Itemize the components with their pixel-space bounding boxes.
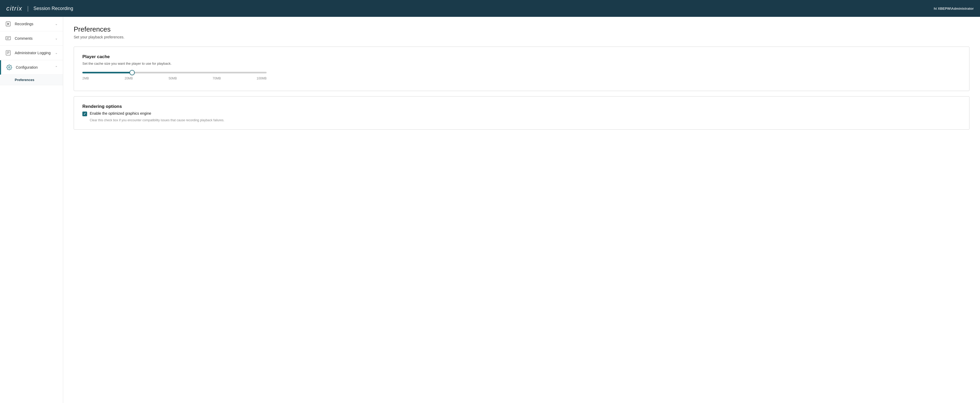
username: XBEPW\Administrator bbox=[938, 6, 974, 11]
sidebar-item-recordings[interactable]: Recordings ⌄ bbox=[0, 17, 63, 31]
greeting-text: hi bbox=[934, 6, 937, 11]
sidebar-item-comments[interactable]: Comments ⌄ bbox=[0, 31, 63, 46]
svg-point-9 bbox=[8, 67, 10, 68]
app-name: Session Recording bbox=[33, 6, 73, 11]
graphics-engine-checkbox[interactable]: ✓ bbox=[83, 111, 87, 116]
svg-rect-5 bbox=[6, 51, 11, 55]
configuration-chevron: ⌃ bbox=[55, 65, 57, 69]
slider-label-2mb: 2MB bbox=[83, 76, 89, 80]
main-layout: Recordings ⌄ Comments ⌄ bbox=[0, 17, 980, 403]
sidebar-item-admin-logging[interactable]: Administrator Logging ⌄ bbox=[0, 46, 63, 60]
header-divider: | bbox=[27, 5, 29, 12]
player-cache-card: Player cache Set the cache size you want… bbox=[74, 46, 969, 91]
comment-icon bbox=[5, 35, 11, 41]
slider-label-20mb: 20MB bbox=[124, 76, 133, 80]
logo-area: citrix | Session Recording bbox=[6, 5, 73, 12]
gear-icon bbox=[6, 65, 12, 70]
slider-labels: 2MB 20MB 50MB 70MB 100MB bbox=[83, 76, 267, 80]
recordings-label: Recordings bbox=[15, 22, 33, 26]
slider-label-100mb: 100MB bbox=[256, 76, 267, 80]
log-icon bbox=[5, 50, 11, 56]
svg-rect-2 bbox=[6, 36, 11, 40]
svg-marker-1 bbox=[7, 23, 9, 25]
slider-track bbox=[83, 72, 267, 73]
rendering-options-title: Rendering options bbox=[83, 104, 961, 109]
admin-logging-label: Administrator Logging bbox=[15, 51, 51, 55]
configuration-label: Configuration bbox=[16, 65, 38, 70]
comments-label: Comments bbox=[15, 36, 33, 41]
app-header: citrix | Session Recording hi XBEPW\Admi… bbox=[0, 0, 980, 17]
page-title: Preferences bbox=[74, 25, 969, 33]
play-icon bbox=[5, 21, 11, 27]
slider-label-70mb: 70MB bbox=[213, 76, 221, 80]
header-user: hi XBEPW\Administrator bbox=[934, 6, 974, 11]
checkbox-checkmark: ✓ bbox=[83, 112, 86, 116]
slider-label-50mb: 50MB bbox=[169, 76, 177, 80]
player-cache-desc: Set the cache size you want the player t… bbox=[83, 62, 961, 65]
cache-slider-container: 2MB 20MB 50MB 70MB 100MB bbox=[83, 72, 961, 80]
player-cache-title: Player cache bbox=[83, 54, 961, 59]
preferences-sub-label: Preferences bbox=[15, 78, 34, 82]
sidebar: Recordings ⌄ Comments ⌄ bbox=[0, 17, 63, 403]
page-subtitle: Set your playback preferences. bbox=[74, 35, 969, 39]
graphics-engine-hint: Clear this check box if you encounter co… bbox=[90, 118, 961, 122]
sidebar-item-configuration[interactable]: Configuration ⌃ bbox=[0, 60, 63, 75]
admin-logging-chevron: ⌄ bbox=[55, 51, 57, 55]
rendering-options-card: Rendering options ✓ Enable the optimized… bbox=[74, 96, 969, 130]
graphics-engine-row: ✓ Enable the optimized graphics engine bbox=[83, 111, 961, 116]
comments-chevron: ⌄ bbox=[55, 36, 57, 40]
main-content: Preferences Set your playback preference… bbox=[63, 17, 980, 403]
recordings-chevron: ⌄ bbox=[55, 22, 57, 26]
citrix-brand: citrix bbox=[6, 5, 22, 12]
graphics-engine-label: Enable the optimized graphics engine bbox=[90, 111, 151, 116]
sidebar-subitem-preferences[interactable]: Preferences bbox=[0, 75, 63, 85]
